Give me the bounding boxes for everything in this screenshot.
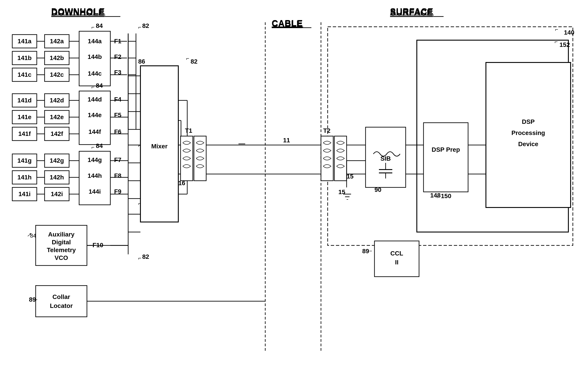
svg-rect-139: [194, 136, 206, 181]
svg-text:⌐: ⌐: [138, 24, 141, 30]
svg-text:15: 15: [347, 173, 353, 180]
svg-text:CCL: CCL: [390, 250, 403, 257]
svg-rect-85: [12, 188, 37, 201]
svg-rect-18: [44, 68, 69, 82]
ref-140: 140: [564, 29, 575, 36]
svg-rect-81: [44, 171, 69, 184]
svg-rect-138: [181, 136, 193, 181]
svg-text:89: 89: [362, 248, 369, 254]
svg-text:F9: F9: [114, 188, 121, 195]
svg-rect-16: [12, 68, 37, 82]
svg-text:141a: 141a: [17, 38, 32, 44]
svg-rect-174: [374, 241, 419, 277]
svg-text:142c: 142c: [50, 71, 64, 78]
svg-text:F8: F8: [114, 172, 121, 179]
svg-text:142b: 142b: [50, 54, 64, 61]
svg-text:⌐: ⌐: [138, 200, 141, 206]
svg-text:⌐: ⌐: [138, 142, 141, 148]
svg-rect-75: [44, 154, 69, 167]
svg-text:Device: Device: [518, 140, 538, 148]
downhole-header: DOWNHOLE: [51, 7, 105, 16]
svg-text:DSP: DSP: [522, 118, 535, 125]
svg-text:144d: 144d: [88, 96, 102, 103]
svg-text:144g: 144g: [88, 156, 102, 163]
surface-header: SURFACE: [390, 7, 434, 16]
svg-text:⌐: ⌐: [91, 24, 94, 30]
svg-text:⌐: ⌐: [437, 194, 440, 200]
svg-text:144c: 144c: [88, 70, 102, 77]
svg-rect-163: [423, 123, 468, 192]
svg-text:F4: F4: [114, 96, 121, 103]
svg-text:Mixer: Mixer: [151, 143, 167, 150]
svg-text:F1: F1: [114, 38, 121, 44]
svg-text:144f: 144f: [88, 128, 101, 135]
svg-text:90: 90: [374, 186, 381, 193]
svg-text:84: 84: [96, 22, 103, 29]
svg-text:142f: 142f: [51, 130, 63, 137]
svg-text:141g: 141g: [17, 157, 32, 164]
svg-rect-10: [12, 51, 37, 65]
svg-text:82: 82: [142, 22, 149, 29]
svg-text:141f: 141f: [18, 130, 31, 137]
svg-rect-41: [12, 94, 37, 107]
svg-rect-124: [140, 66, 178, 222]
svg-rect-73: [12, 154, 37, 167]
svg-text:148: 148: [430, 192, 441, 199]
svg-text:⌐: ⌐: [91, 144, 94, 150]
svg-text:89: 89: [29, 296, 36, 303]
svg-text:141h: 141h: [17, 174, 32, 181]
svg-rect-87: [44, 188, 69, 201]
svg-text:82: 82: [142, 253, 149, 260]
svg-text:141i: 141i: [18, 190, 31, 198]
svg-rect-55: [44, 127, 69, 140]
svg-text:Telemetry: Telemetry: [47, 246, 76, 254]
svg-text:82: 82: [191, 58, 198, 65]
ref-152: 152: [560, 41, 570, 48]
svg-rect-147: [334, 136, 347, 181]
svg-text:142d: 142d: [50, 97, 64, 104]
svg-text:15: 15: [338, 188, 345, 196]
svg-text:SIB: SIB: [380, 155, 391, 162]
svg-text:82: 82: [142, 140, 149, 148]
svg-rect-4: [12, 34, 37, 48]
svg-text:142e: 142e: [50, 114, 64, 120]
svg-text:142i: 142i: [51, 190, 63, 198]
surface-outer-box: [328, 27, 573, 246]
svg-text:Auxiliary: Auxiliary: [48, 231, 75, 238]
svg-text:⌐: ⌐: [91, 84, 94, 90]
svg-rect-170: [486, 62, 571, 208]
svg-text:82: 82: [142, 198, 149, 206]
svg-text:VCO: VCO: [55, 254, 68, 261]
svg-text:144b: 144b: [88, 53, 102, 60]
svg-rect-43: [44, 94, 69, 107]
svg-text:Digital: Digital: [52, 239, 71, 246]
svg-rect-91: [79, 151, 110, 205]
inner-box-152: [417, 40, 568, 232]
svg-text:142h: 142h: [50, 174, 64, 181]
svg-text:11: 11: [283, 137, 290, 144]
svg-text:86: 86: [138, 58, 145, 65]
svg-text:142g: 142g: [50, 157, 64, 164]
svg-text:⌐: ⌐: [555, 38, 558, 44]
svg-text:F3: F3: [114, 69, 121, 76]
svg-text:141e: 141e: [17, 114, 31, 120]
svg-rect-53: [12, 127, 37, 140]
svg-text:→: →: [367, 248, 373, 254]
svg-rect-49: [44, 110, 69, 124]
svg-text:DSP Prep: DSP Prep: [432, 146, 460, 153]
svg-text:Processing: Processing: [512, 130, 545, 136]
svg-text:142a: 142a: [50, 38, 64, 44]
svg-text:↗: ↗: [27, 232, 31, 238]
svg-text:144e: 144e: [88, 112, 102, 118]
svg-text:84: 84: [96, 82, 103, 89]
svg-text:F6: F6: [114, 128, 121, 135]
svg-rect-59: [79, 91, 110, 144]
svg-text:F10: F10: [92, 242, 103, 248]
svg-text:16: 16: [178, 180, 185, 186]
svg-rect-105: [36, 225, 87, 266]
svg-rect-6: [44, 34, 69, 48]
svg-text:F5: F5: [114, 112, 121, 118]
svg-text:141b: 141b: [17, 54, 32, 61]
svg-text:141c: 141c: [17, 71, 31, 78]
svg-text:84: 84: [30, 233, 36, 239]
